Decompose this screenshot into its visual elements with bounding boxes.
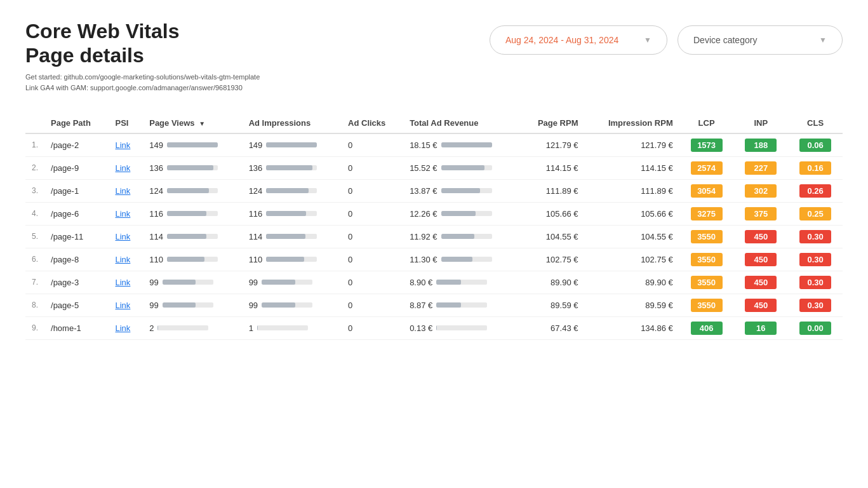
header: Core Web Vitals Page details Get started… xyxy=(25,19,843,94)
cls-metric: 0.30 xyxy=(788,225,843,248)
impression-rpm: 89.59 € xyxy=(584,294,679,316)
cls-metric: 0.25 xyxy=(788,202,843,225)
table-row: 3. /page-1 Link 124 124 0 13.87 € 111.89… xyxy=(25,179,843,202)
page-rpm: 121.79 € xyxy=(519,133,584,157)
total-ad-revenue: 15.52 € xyxy=(403,156,519,179)
total-ad-revenue: 12.26 € xyxy=(403,202,519,225)
table-row: 7. /page-3 Link 99 99 0 8.90 € 89.90 € 8… xyxy=(25,271,843,294)
page-rpm: 104.55 € xyxy=(519,225,584,248)
total-ad-revenue: 11.30 € xyxy=(403,248,519,271)
ad-clicks: 0 xyxy=(342,225,403,248)
col-inp: INP xyxy=(733,113,788,133)
ad-clicks: 0 xyxy=(342,156,403,179)
page-views: 110 xyxy=(143,248,242,271)
table-row: 1. /page-2 Link 149 149 0 18.15 € 121.79… xyxy=(25,133,843,157)
data-table: Page Path PSI Page Views ▼ Ad Impression… xyxy=(25,113,843,340)
ad-impressions: 99 xyxy=(243,271,342,294)
psi-link[interactable]: Link xyxy=(109,248,144,271)
row-number: 5. xyxy=(25,225,44,248)
col-total-ad-revenue: Total Ad Revenue xyxy=(403,113,519,133)
page-path: /page-9 xyxy=(44,156,109,179)
impression-rpm: 105.66 € xyxy=(584,202,679,225)
psi-link[interactable]: Link xyxy=(109,316,144,339)
page-rpm: 105.66 € xyxy=(519,202,584,225)
lcp-metric: 3054 xyxy=(679,179,734,202)
psi-link[interactable]: Link xyxy=(109,225,144,248)
page-views: 2 xyxy=(143,316,242,339)
ad-clicks: 0 xyxy=(342,133,403,157)
ad-impressions: 114 xyxy=(243,225,342,248)
col-page-rpm: Page RPM xyxy=(519,113,584,133)
table-row: 6. /page-8 Link 110 110 0 11.30 € 102.75… xyxy=(25,248,843,271)
psi-link[interactable]: Link xyxy=(109,156,144,179)
page-rpm: 67.43 € xyxy=(519,316,584,339)
total-ad-revenue: 11.92 € xyxy=(403,225,519,248)
page-path: /page-1 xyxy=(44,179,109,202)
page-views: 124 xyxy=(143,179,242,202)
cls-metric: 0.30 xyxy=(788,271,843,294)
table-row: 9. /home-1 Link 2 1 0 0.13 € 67.43 € 134… xyxy=(25,316,843,339)
device-filter-dropdown[interactable]: Device category ▼ xyxy=(678,25,843,55)
ad-impressions: 124 xyxy=(243,179,342,202)
filters: Aug 24, 2024 - Aug 31, 2024 ▼ Device cat… xyxy=(490,25,843,55)
psi-link[interactable]: Link xyxy=(109,271,144,294)
page-views: 116 xyxy=(143,202,242,225)
page-title: Core Web Vitals Page details xyxy=(25,19,260,68)
ad-clicks: 0 xyxy=(342,316,403,339)
table-row: 2. /page-9 Link 136 136 0 15.52 € 114.15… xyxy=(25,156,843,179)
col-psi: PSI xyxy=(109,113,144,133)
col-page-views[interactable]: Page Views ▼ xyxy=(143,113,242,133)
impression-rpm: 134.86 € xyxy=(584,316,679,339)
impression-rpm: 102.75 € xyxy=(584,248,679,271)
page-rpm: 89.59 € xyxy=(519,294,584,316)
lcp-metric: 2574 xyxy=(679,156,734,179)
page-views: 149 xyxy=(143,133,242,157)
psi-link[interactable]: Link xyxy=(109,294,144,316)
page-views: 136 xyxy=(143,156,242,179)
page-views: 114 xyxy=(143,225,242,248)
cls-metric: 0.30 xyxy=(788,294,843,316)
col-page-path: Page Path xyxy=(44,113,109,133)
table-row: 4. /page-6 Link 116 116 0 12.26 € 105.66… xyxy=(25,202,843,225)
date-filter-label: Aug 24, 2024 - Aug 31, 2024 xyxy=(505,35,618,45)
ad-impressions: 110 xyxy=(243,248,342,271)
page-path: /page-2 xyxy=(44,133,109,157)
date-filter-dropdown[interactable]: Aug 24, 2024 - Aug 31, 2024 ▼ xyxy=(490,25,667,55)
device-filter-arrow-icon: ▼ xyxy=(819,36,827,44)
lcp-metric: 3275 xyxy=(679,202,734,225)
ad-impressions: 116 xyxy=(243,202,342,225)
page-rpm: 114.15 € xyxy=(519,156,584,179)
lcp-metric: 3550 xyxy=(679,225,734,248)
lcp-metric: 3550 xyxy=(679,248,734,271)
ad-clicks: 0 xyxy=(342,248,403,271)
title-block: Core Web Vitals Page details Get started… xyxy=(25,19,260,94)
date-filter-arrow-icon: ▼ xyxy=(644,36,651,44)
ad-clicks: 0 xyxy=(342,271,403,294)
row-number: 3. xyxy=(25,179,44,202)
cls-metric: 0.26 xyxy=(788,179,843,202)
ad-clicks: 0 xyxy=(342,202,403,225)
ad-impressions: 99 xyxy=(243,294,342,316)
psi-link[interactable]: Link xyxy=(109,179,144,202)
lcp-metric: 1573 xyxy=(679,133,734,157)
col-ad-impressions: Ad Impressions xyxy=(243,113,342,133)
total-ad-revenue: 13.87 € xyxy=(403,179,519,202)
page-path: /page-5 xyxy=(44,294,109,316)
impression-rpm: 104.55 € xyxy=(584,225,679,248)
impression-rpm: 89.90 € xyxy=(584,271,679,294)
cls-metric: 0.30 xyxy=(788,248,843,271)
lcp-metric: 406 xyxy=(679,316,734,339)
table-header-row: Page Path PSI Page Views ▼ Ad Impression… xyxy=(25,113,843,133)
col-cls: CLS xyxy=(788,113,843,133)
cls-metric: 0.00 xyxy=(788,316,843,339)
page-path: /home-1 xyxy=(44,316,109,339)
lcp-metric: 3550 xyxy=(679,294,734,316)
psi-link[interactable]: Link xyxy=(109,202,144,225)
total-ad-revenue: 8.90 € xyxy=(403,271,519,294)
psi-link[interactable]: Link xyxy=(109,133,144,157)
row-number: 2. xyxy=(25,156,44,179)
page-rpm: 111.89 € xyxy=(519,179,584,202)
inp-metric: 188 xyxy=(733,133,788,157)
inp-metric: 16 xyxy=(733,316,788,339)
page-path: /page-11 xyxy=(44,225,109,248)
